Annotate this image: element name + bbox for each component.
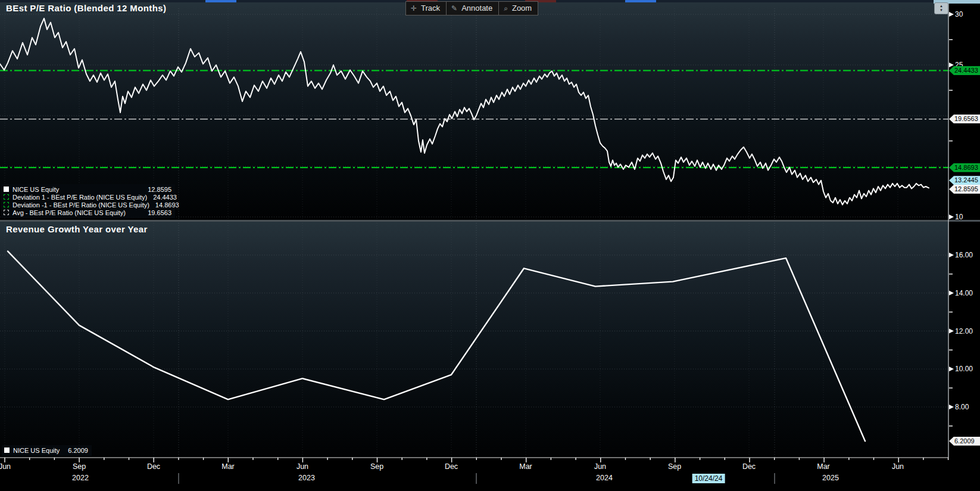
pe-panel-title: BEst P/E Ratio (Blended 12 Months) (6, 3, 166, 13)
legend-row[interactable]: NICE US Equity6.2009 (4, 446, 88, 454)
legend-swatch-solid-white-icon (4, 187, 9, 192)
track-button-label: Track (421, 4, 440, 13)
legend-value: 19.6563 (142, 209, 171, 216)
legend-swatch-dashed-white-icon (4, 210, 9, 215)
annotate-button[interactable]: ✎ Annotate (446, 1, 499, 15)
legend-row[interactable]: Avg - BEst P/E Ratio (NICE US Equity)19.… (4, 209, 171, 216)
legend-value: 6.2009 (60, 447, 88, 454)
revenue-panel-title: Revenue Growth Year over Year (6, 224, 148, 234)
axis-value-badge-green: 14.8693 (949, 163, 980, 172)
legend-row[interactable]: NICE US Equity12.8595 (4, 185, 171, 193)
track-button[interactable]: ✛ Track (405, 1, 447, 15)
panel-resize-stepper[interactable]: ▲ ▼ (934, 2, 948, 14)
legend-row[interactable]: Deviation -1 - BEst P/E Ratio (NICE US E… (4, 201, 171, 209)
x-axis-month-label: Dec (445, 462, 458, 471)
stepper-down-icon[interactable]: ▼ (940, 8, 943, 13)
x-axis-year-label: 2025 (822, 474, 839, 482)
zoom-button[interactable]: ⌕ Zoom (498, 1, 538, 15)
chart-toolbar: ✛ Track ✎ Annotate ⌕ Zoom (406, 1, 538, 15)
x-axis-month-label: Jun (297, 462, 308, 471)
legend-value: 24.4433 (147, 194, 177, 201)
y-axis-tick-label: 14.00 (955, 289, 973, 297)
y-tick-arrow (949, 63, 954, 67)
x-axis-month-label: Mar (817, 462, 830, 471)
y-axis-tick-label: 10.00 (955, 365, 973, 373)
axis-value-badge-white: 6.2009 (949, 437, 980, 446)
legend-value: 14.8693 (149, 201, 179, 209)
pe-panel-legend: NICE US Equity12.8595Deviation 1 - BEst … (1, 184, 175, 218)
x-axis-month-label: Dec (742, 462, 756, 471)
y-tick-arrow (949, 253, 954, 257)
x-axis-month-label: Mar (221, 462, 235, 471)
legend-swatch-dashed-green-icon (4, 202, 9, 207)
x-axis-month-label: Sep (370, 462, 383, 471)
x-axis-month-label: Jun (0, 462, 11, 471)
axis-value-badge-green: 24.4433 (949, 66, 980, 75)
terminal-chart-screen: BEst P/E Ratio (Blended 12 Months) Reven… (0, 0, 980, 491)
y-tick-arrow (949, 405, 954, 409)
y-axis-tick-label: 12.00 (955, 327, 973, 335)
x-axis-month-label: Jun (594, 462, 606, 471)
zoom-button-label: Zoom (512, 4, 532, 13)
x-axis-year-label: 2023 (298, 474, 315, 482)
y-axis-tick-label: 10 (955, 213, 963, 221)
top-edge-blue-segment (205, 0, 236, 2)
y-axis-tick-label: 30 (955, 10, 963, 18)
track-crosshair-icon: ✛ (411, 4, 417, 13)
annotate-pencil-icon: ✎ (451, 4, 457, 13)
revenue-panel-legend: NICE US Equity6.2009 (2, 445, 92, 456)
legend-label: Avg - BEst P/E Ratio (NICE US Equity) (13, 209, 126, 216)
y-tick-arrow (949, 291, 954, 296)
top-edge-blue-segment (625, 0, 656, 2)
annotate-button-label: Annotate (461, 4, 492, 13)
x-axis-month-label: Mar (519, 462, 532, 471)
y-tick-arrow (949, 215, 954, 219)
y-axis-tick-label: 16.00 (955, 251, 973, 259)
y-tick-arrow (949, 12, 954, 17)
y-axis-tick-label: 8.00 (955, 403, 969, 411)
axis-value-badge-white: 19.6563 (949, 114, 980, 123)
revenue-series-line (8, 251, 865, 442)
legend-label: NICE US Equity (13, 186, 59, 193)
legend-value: 12.8595 (142, 186, 171, 193)
legend-swatch-dashed-green-icon (4, 194, 9, 200)
y-tick-arrow (949, 366, 954, 371)
x-axis-year-label: 2022 (72, 474, 89, 482)
zoom-magnifier-icon: ⌕ (504, 4, 508, 13)
axis-value-badge-white: 12.8595 (949, 185, 980, 194)
legend-row[interactable]: Deviation 1 - BEst P/E Ratio (NICE US Eq… (4, 193, 171, 201)
pe-ratio-series-line (0, 18, 929, 205)
highlighted-date-label: 10/24/24 (692, 474, 725, 483)
x-axis-month-label: Jun (892, 462, 904, 471)
legend-label: Deviation -1 - BEst P/E Ratio (NICE US E… (13, 201, 149, 209)
x-axis-year-label: 2024 (596, 474, 613, 482)
x-axis-month-label: Dec (147, 462, 160, 471)
stepper-up-icon[interactable]: ▲ (940, 4, 943, 8)
legend-swatch-solid-white-icon (4, 448, 10, 453)
legend-label: Deviation 1 - BEst P/E Ratio (NICE US Eq… (13, 194, 147, 201)
chart-canvas[interactable] (0, 0, 980, 491)
x-axis-month-label: Sep (668, 462, 681, 471)
axis-value-badge-cyan: 13.2445 (949, 176, 980, 185)
x-axis-month-label: Sep (73, 462, 86, 471)
y-tick-arrow (949, 329, 954, 334)
legend-label: NICE US Equity (13, 447, 60, 454)
